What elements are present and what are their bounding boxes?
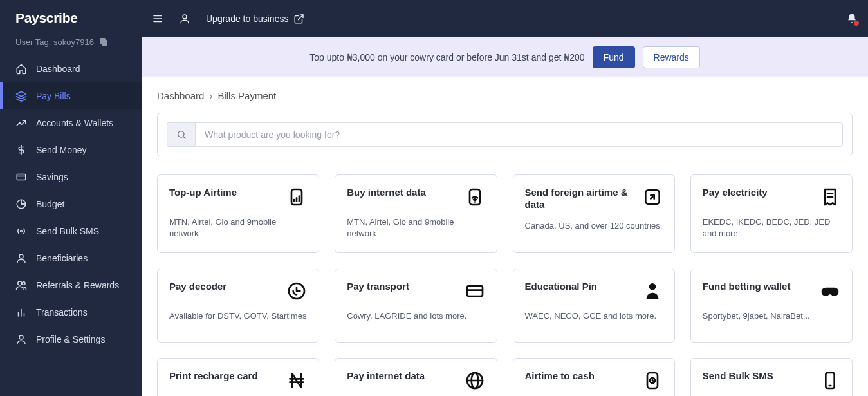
bell-icon[interactable] [846,13,858,24]
product-card-pay-decoder[interactable]: Pay decoderAvailable for DSTV, GOTV, Sta… [157,269,319,343]
upgrade-link[interactable]: Upgrade to business [206,13,305,24]
card-header: Pay decoder [169,281,307,301]
search-container [157,113,853,156]
product-card-fund-betting-wallet[interactable]: Fund betting walletSportybet, 9jabet, Na… [690,269,853,343]
card-description: Cowry, LAGRIDE and lots more. [347,310,485,322]
sidebar-item-send-bulk-sms[interactable]: Send Bulk SMS [0,218,142,245]
product-card-buy-internet-data[interactable]: Buy internet dataMTN, Airtel, Glo and 9m… [335,174,497,253]
product-card-educational-pin[interactable]: Educational PinWAEC, NECO, GCE and lots … [513,269,675,343]
svg-rect-1 [100,38,106,44]
card-header: Pay electricity [703,187,840,207]
card-description: MTN, Airtel, Glo and 9mobile network [347,216,485,240]
svg-line-44 [652,381,654,381]
card-title: Print recharge card [169,370,258,382]
search-input[interactable] [195,122,843,147]
svg-line-35 [293,374,301,388]
svg-point-6 [21,231,23,232]
card-title: Fund betting wallet [703,281,791,293]
broadcast-icon [15,225,27,237]
card-description: WAEC, NECO, GCE and lots more. [525,310,663,322]
sidebar-item-savings[interactable]: Savings [0,164,142,191]
card-title: Pay internet data [347,370,425,382]
gamepad-icon [820,281,840,301]
dollar-icon [15,144,27,156]
card-header: Print recharge card [169,370,307,391]
user-tag[interactable]: User Tag: sokoy7916 [0,36,142,55]
card-title: Top-up Airtime [169,187,237,199]
svg-point-17 [183,15,187,19]
sidebar-item-budget[interactable]: Budget [0,191,142,218]
sidebar-item-label: Pay Bills [36,91,71,101]
topbar: Upgrade to business [142,0,868,37]
user-outline-icon[interactable] [179,13,190,24]
sidebar: Payscribe User Tag: sokoy7916 DashboardP… [0,0,142,396]
sidebar-item-referrals-rewards[interactable]: Referrals & Rewards [0,272,142,299]
promo-banner: Top upto ₦3,000 on your cowry card or be… [142,37,868,77]
user-tag-text: User Tag: sokoy7916 [15,37,94,47]
card-title: Send Bulk SMS [703,370,773,382]
product-card-airtime-to-cash[interactable]: Airtime to cashMTN, GLO, AIRTEL,9MOBILE [513,358,675,396]
arrow-out-icon [642,187,663,207]
rewards-button[interactable]: Rewards [643,46,700,68]
card-title: Pay transport [347,281,409,293]
home-icon [15,63,27,75]
card-header: Top-up Airtime [169,187,307,207]
content: Dashboard › Bills Payment Top-up Airtime… [142,77,868,396]
card-icon [15,171,27,183]
piechart-icon [15,198,27,210]
sidebar-item-label: Budget [36,199,64,209]
sidebar-nav: DashboardPay BillsAccounts & WalletsSend… [0,55,142,353]
card-title: Pay decoder [169,281,226,293]
sidebar-item-beneficiaries[interactable]: Beneficiaries [0,245,142,272]
sidebar-item-label: Referrals & Rewards [36,280,119,290]
breadcrumb-root[interactable]: Dashboard [157,90,204,101]
product-card-send-bulk-sms[interactable]: Send Bulk SMSStay connected to your love… [690,358,853,396]
sidebar-item-dashboard[interactable]: Dashboard [0,55,142,82]
brand-logo: Payscribe [0,0,142,36]
svg-point-8 [18,281,22,285]
sidebar-item-send-money[interactable]: Send Money [0,137,142,164]
sidebar-item-pay-bills[interactable]: Pay Bills [0,82,142,109]
product-card-top-up-airtime[interactable]: Top-up AirtimeMTN, Airtel, Glo and 9mobi… [157,174,319,253]
card-description: Canada, US, and over 120 countries. [525,220,663,232]
svg-marker-2 [17,91,26,97]
card-description: Available for DSTV, GOTV, Startimes [169,310,307,322]
user-icon [15,334,27,345]
card-header: Send foreign airtime & data [525,187,663,211]
main: Upgrade to business Top upto ₦3,000 on y… [142,0,868,396]
card-header: Send Bulk SMS [703,370,840,391]
sidebar-item-transactions[interactable]: Transactions [0,299,142,326]
naira-icon [286,370,307,391]
card-header: Pay internet data [347,370,485,391]
barchart-icon [15,306,27,318]
notification-dot [854,21,859,26]
svg-point-7 [19,254,23,258]
card-header: Airtime to cash [525,370,663,391]
copy-icon[interactable] [98,36,109,48]
sidebar-item-label: Beneficiaries [36,253,88,263]
sidebar-item-label: Send Bulk SMS [36,226,99,236]
search-icon[interactable] [167,122,195,147]
phone-outline-icon [820,370,840,391]
svg-point-13 [19,335,23,339]
external-link-icon [293,13,305,24]
fund-button[interactable]: Fund [593,46,635,68]
product-grid: Top-up AirtimeMTN, Airtel, Glo and 9mobi… [157,174,853,396]
card-description: MTN, Airtel, Glo and 9mobile network [169,216,307,240]
trend-icon [15,117,27,129]
sidebar-item-label: Savings [36,172,68,182]
product-card-print-recharge-card[interactable]: Print recharge cardAvailable for all net… [157,358,319,396]
product-card-send-foreign-airtime-data[interactable]: Send foreign airtime & dataCanada, US, a… [513,174,675,253]
chevron-right-icon: › [209,90,212,101]
svg-rect-4 [17,174,26,180]
person-icon [642,281,663,301]
product-card-pay-internet-data[interactable]: Pay internet dataSmile, Spectranet, Ntel… [335,358,497,396]
layers-icon [15,90,27,102]
sidebar-item-accounts-wallets[interactable]: Accounts & Wallets [0,109,142,137]
product-card-pay-electricity[interactable]: Pay electricityEKEDC, IKEDC, BEDC, JED, … [690,174,853,253]
phone-chart-icon [642,370,663,391]
menu-icon[interactable] [152,13,163,24]
product-card-pay-transport[interactable]: Pay transportCowry, LAGRIDE and lots mor… [335,269,497,343]
sidebar-item-profile-settings[interactable]: Profile & Settings [0,326,142,353]
phone-signal-icon [286,187,307,207]
